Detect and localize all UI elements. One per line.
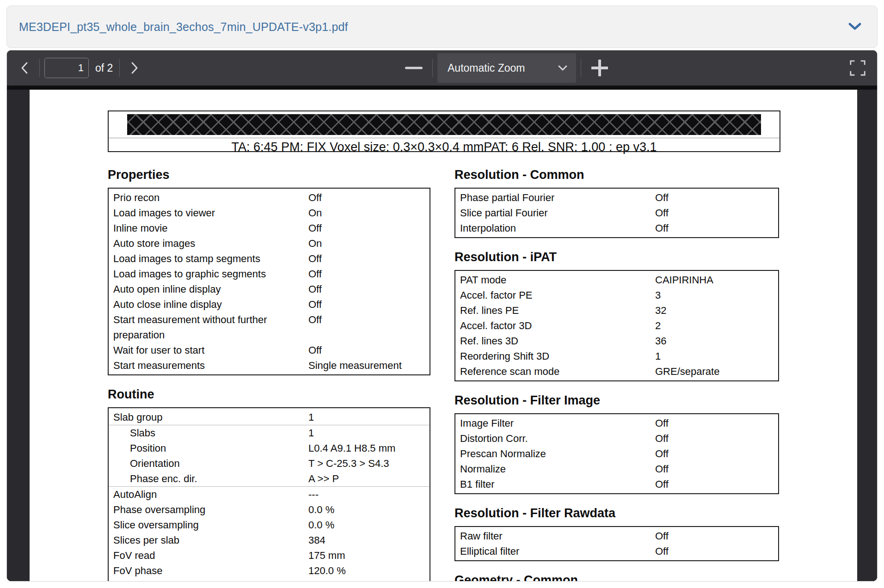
param-label: Orientation [113, 456, 304, 471]
param-value: 2 [655, 318, 661, 333]
table-row: Slab group1 [109, 410, 430, 425]
protocol-banner: TA: 6:45 PM: FIX Voxel size: 0.3×0.3×0.4… [108, 110, 780, 152]
table-row: Distortion Corr.Off [455, 431, 778, 446]
param-label: Slices per slab [113, 533, 304, 548]
viewer-canvas[interactable]: TA: 6:45 PM: FIX Voxel size: 0.3×0.3×0.4… [7, 90, 877, 582]
table-row: Wait for user to startOff [109, 343, 430, 358]
table-row: Start measurementsSingle measurement [109, 358, 430, 373]
param-label: Auto close inline display [113, 297, 304, 312]
pdf-filename[interactable]: ME3DEPI_pt35_whole_brain_3echos_7min_UPD… [19, 20, 348, 34]
zoom-select[interactable]: Automatic Zoom [437, 53, 576, 83]
param-value: On [308, 236, 322, 251]
next-page-button[interactable] [124, 55, 145, 81]
table-row: Prescan NormalizeOff [455, 446, 778, 461]
zoom-out-button[interactable] [400, 55, 428, 81]
param-value: Off [308, 312, 322, 327]
table-row: OrientationT > C-25.3 > S4.3 [109, 456, 430, 471]
pdf-toolbar: of 2 Automatic Zoom [7, 50, 877, 86]
banner-hatch-row [109, 114, 780, 138]
chevron-right-icon [129, 61, 141, 75]
param-value: Off [655, 190, 669, 205]
param-label: Slabs [113, 425, 304, 441]
toolbar-separator [39, 59, 40, 77]
param-label: PAT mode [460, 272, 651, 288]
table-row: Accel. factor 3D2 [455, 318, 778, 333]
param-value: 1 [308, 425, 314, 441]
table-row: Auto close inline displayOff [109, 297, 430, 312]
minus-icon [405, 66, 423, 70]
plus-icon [590, 58, 609, 78]
chevron-left-icon [18, 61, 31, 75]
parameter-table: Image FilterOffDistortion Corr.OffPresca… [454, 413, 779, 494]
fullscreen-button[interactable] [845, 55, 871, 81]
collapse-panel-button[interactable] [845, 19, 865, 35]
param-label: Image Filter [460, 416, 651, 431]
param-value: CAIPIRINHA [655, 272, 713, 288]
pdf-section: Geometry - Common [454, 572, 779, 582]
param-label: Raw filter [460, 528, 651, 544]
param-value: GRE/separate [655, 364, 719, 379]
table-row: Load images to stamp segmentsOff [109, 251, 430, 266]
toolbar-separator [432, 59, 433, 77]
page-count-label: of 2 [95, 62, 113, 74]
table-row: Prio reconOff [109, 190, 430, 205]
section-title: Resolution - Common [454, 167, 779, 183]
param-value: Off [655, 528, 669, 544]
param-label: Normalize [460, 461, 651, 477]
toolbar-shadow [7, 86, 877, 90]
param-label: Position [113, 441, 304, 456]
table-row: Start measurement without further prepar… [109, 312, 430, 343]
page-number-input[interactable] [44, 58, 89, 78]
pdf-section: Resolution - Filter ImageImage FilterOff… [454, 392, 779, 494]
param-value: 0.0 % [308, 517, 334, 533]
param-value: 175 mm [308, 548, 345, 563]
table-row: Slice oversampling0.0 % [109, 517, 430, 533]
table-row: Slices per slab384 [109, 533, 430, 548]
param-label: Phase oversampling [113, 502, 304, 517]
param-value: Single measurement [308, 358, 402, 373]
param-value: --- [308, 487, 319, 502]
param-value: Off [655, 461, 669, 477]
zoom-in-button[interactable] [586, 55, 614, 81]
zoom-select-value: Automatic Zoom [448, 62, 525, 74]
param-label: Start measurements [113, 358, 304, 373]
table-row: PositionL0.4 A9.1 H8.5 mm [109, 441, 430, 456]
previous-page-button[interactable] [14, 55, 35, 81]
table-row: Raw filterOff [455, 528, 778, 544]
section-title: Resolution - Filter Image [454, 392, 779, 408]
table-row: Ref. lines PE32 [455, 303, 778, 318]
param-label: FoV read [113, 548, 304, 563]
parameter-table: Prio reconOffLoad images to viewerOnInli… [108, 188, 430, 375]
param-label: Elliptical filter [460, 544, 651, 559]
param-label: Slab group [113, 410, 304, 425]
table-row: Inline movieOff [109, 220, 430, 236]
table-row: Accel. factor PE3 [455, 288, 778, 303]
table-row: Slice partial FourierOff [455, 205, 778, 220]
pdf-file-header: ME3DEPI_pt35_whole_brain_3echos_7min_UPD… [6, 6, 878, 48]
pdf-section: RoutineSlab group1Slabs1PositionL0.4 A9.… [108, 386, 430, 582]
pdf-section: Resolution - Filter RawdataRaw filterOff… [454, 505, 779, 561]
table-row: FoV phase120.0 % [109, 563, 430, 578]
table-row: B1 filterOff [455, 477, 778, 492]
parameter-table: PAT modeCAIPIRINHAAccel. factor PE3Ref. … [454, 270, 779, 381]
table-row: Elliptical filterOff [455, 544, 778, 559]
zoom-controls: Automatic Zoom [400, 50, 614, 86]
table-row: Phase partial FourierOff [455, 190, 778, 205]
redacted-hatch-bar [127, 114, 761, 135]
param-value: Off [308, 282, 322, 297]
pdf-viewer: of 2 Automatic Zoom [6, 50, 878, 582]
param-value: L0.4 A9.1 H8.5 mm [308, 441, 395, 456]
section-title: Resolution - iPAT [454, 249, 779, 265]
param-label: Wait for user to start [113, 343, 304, 358]
param-label: Start measurement without further prepar… [113, 312, 304, 343]
chevron-down-icon [847, 22, 862, 32]
param-value: Off [655, 220, 669, 236]
section-title: Geometry - Common [454, 572, 779, 582]
param-value: 1 [308, 410, 314, 425]
table-row: AutoAlign--- [109, 487, 430, 502]
param-value: Off [308, 220, 322, 236]
section-title: Resolution - Filter Rawdata [454, 505, 779, 521]
table-row: InterpolationOff [455, 220, 778, 236]
page-navigation: of 2 [14, 55, 145, 81]
parameter-table: Phase partial FourierOffSlice partial Fo… [454, 188, 779, 238]
